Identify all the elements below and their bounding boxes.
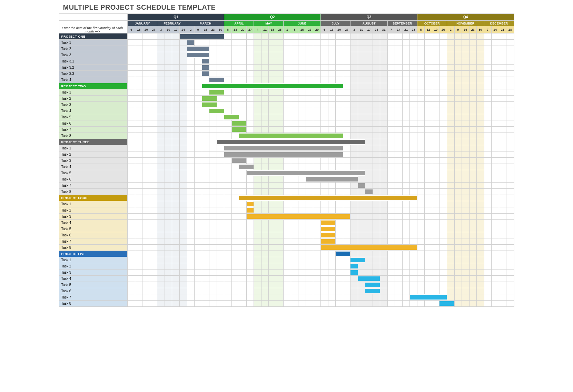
gantt-cell bbox=[157, 65, 165, 71]
gantt-cell bbox=[492, 195, 499, 201]
gantt-cell bbox=[254, 96, 261, 102]
gantt-cell bbox=[261, 158, 269, 164]
gantt-cell bbox=[477, 164, 484, 170]
task-label: Task 4 bbox=[59, 77, 128, 83]
gantt-cell bbox=[157, 158, 165, 164]
gantt-cell bbox=[380, 263, 388, 270]
gantt-cell bbox=[432, 195, 439, 201]
gantt-cell bbox=[269, 158, 276, 164]
gantt-cell bbox=[492, 245, 499, 251]
gantt-cell bbox=[246, 127, 254, 133]
gantt-cell bbox=[246, 102, 254, 108]
gantt-cell bbox=[484, 220, 492, 226]
gantt-cell bbox=[425, 133, 432, 139]
gantt-cell bbox=[157, 145, 165, 151]
gantt-cell bbox=[447, 127, 454, 133]
gantt-cell bbox=[135, 108, 142, 114]
gantt-cell bbox=[365, 214, 373, 220]
gantt-cell bbox=[231, 102, 239, 108]
gantt-cell bbox=[402, 145, 410, 151]
gantt-cell bbox=[477, 127, 484, 133]
gantt-cell bbox=[321, 238, 336, 245]
gantt-cell bbox=[425, 232, 432, 238]
task-label: Task 1 bbox=[59, 257, 128, 263]
gantt-cell bbox=[380, 71, 388, 77]
gantt-cell bbox=[209, 251, 217, 257]
gantt-cell bbox=[187, 245, 195, 251]
gantt-cell bbox=[321, 301, 328, 307]
gantt-cell bbox=[313, 257, 321, 263]
gantt-cell bbox=[195, 114, 202, 120]
gantt-cell bbox=[328, 207, 336, 214]
gantt-cell bbox=[402, 65, 410, 71]
gantt-cell bbox=[246, 257, 254, 263]
gantt-cell bbox=[284, 276, 291, 282]
gantt-cell bbox=[462, 189, 470, 195]
gantt-cell bbox=[128, 33, 135, 40]
gantt-cell bbox=[231, 89, 239, 96]
gantt-cell bbox=[350, 263, 358, 270]
gantt-cell bbox=[172, 170, 180, 176]
gantt-cell bbox=[165, 83, 172, 89]
gantt-cell bbox=[135, 257, 142, 263]
gantt-cell bbox=[313, 164, 321, 170]
gantt-cell bbox=[462, 120, 470, 127]
gantt-cell bbox=[246, 207, 254, 214]
gantt-cell bbox=[447, 170, 454, 176]
gantt-cell bbox=[425, 77, 432, 83]
gantt-cell bbox=[298, 294, 306, 301]
gantt-cell bbox=[454, 151, 462, 158]
gantt-cell bbox=[224, 207, 232, 214]
gantt-cell bbox=[439, 108, 447, 114]
gantt-cell bbox=[269, 108, 276, 114]
gantt-cell bbox=[395, 176, 403, 183]
gantt-cell bbox=[209, 46, 217, 52]
gantt-cell bbox=[172, 46, 180, 52]
gantt-cell bbox=[477, 139, 484, 145]
gantt-cell bbox=[135, 120, 142, 127]
gantt-cell bbox=[380, 40, 388, 46]
gantt-cell bbox=[291, 282, 298, 288]
task-label: Task 2 bbox=[59, 151, 128, 158]
gantt-cell bbox=[195, 301, 202, 307]
gantt-cell bbox=[306, 120, 313, 127]
gantt-cell bbox=[469, 158, 477, 164]
gantt-cell bbox=[128, 201, 135, 207]
gantt-cell bbox=[462, 158, 470, 164]
gantt-cell bbox=[350, 226, 358, 232]
gantt-cell bbox=[298, 257, 306, 263]
gantt-cell bbox=[350, 71, 358, 77]
gantt-cell bbox=[484, 232, 492, 238]
gantt-cell bbox=[276, 257, 284, 263]
task-label: Task 8 bbox=[59, 189, 128, 195]
gantt-cell bbox=[313, 158, 321, 164]
gantt-cell bbox=[298, 183, 306, 189]
gantt-cell bbox=[432, 257, 439, 263]
gantt-cell bbox=[135, 52, 142, 58]
gantt-cell bbox=[358, 251, 365, 257]
gantt-cell bbox=[209, 58, 217, 65]
gantt-cell bbox=[410, 139, 417, 145]
gantt-cell bbox=[157, 108, 165, 114]
gantt-cell bbox=[373, 151, 380, 158]
gantt-cell bbox=[269, 52, 276, 58]
gantt-cell bbox=[231, 263, 239, 270]
week-header: 12 bbox=[425, 26, 432, 33]
gantt-cell bbox=[202, 263, 209, 270]
gantt-cell bbox=[291, 158, 298, 164]
gantt-cell bbox=[328, 127, 336, 133]
gantt-cell bbox=[298, 102, 306, 108]
gantt-cell bbox=[142, 77, 150, 83]
gantt-cell bbox=[484, 214, 492, 220]
gantt-cell bbox=[180, 52, 187, 58]
gantt-cell bbox=[454, 102, 462, 108]
gantt-cell bbox=[417, 207, 425, 214]
gantt-cell bbox=[439, 96, 447, 102]
task-label: Task 7 bbox=[59, 294, 128, 301]
gantt-cell bbox=[142, 164, 150, 170]
gantt-cell bbox=[172, 120, 180, 127]
gantt-cell bbox=[306, 164, 313, 170]
gantt-cell bbox=[172, 245, 180, 251]
gantt-cell bbox=[499, 52, 506, 58]
gantt-cell bbox=[365, 263, 373, 270]
